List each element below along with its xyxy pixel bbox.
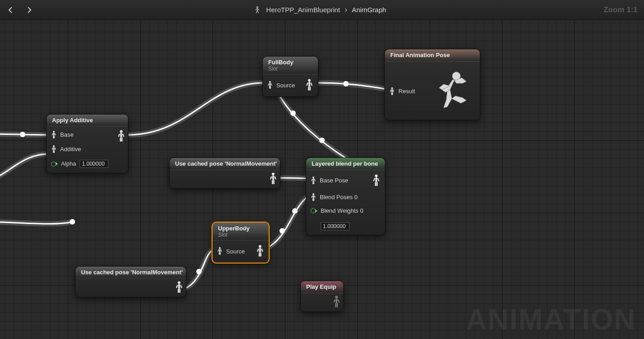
pose-output-pin-icon[interactable] [117,129,125,143]
svg-rect-48 [393,90,394,92]
pose-pin-icon[interactable] [389,87,395,96]
svg-point-39 [308,79,311,82]
nav-forward-button[interactable] [23,4,35,16]
node-header[interactable]: Play Equip [301,281,343,293]
svg-rect-24 [54,148,56,150]
svg-rect-28 [120,133,122,138]
node-upperbody-slot[interactable]: UpperBody Slot Source [212,222,270,263]
svg-rect-71 [313,195,314,198]
node-header[interactable]: UpperBody Slot [213,223,269,241]
svg-rect-26 [54,150,55,153]
pose-pin-icon[interactable] [311,176,316,185]
svg-rect-89 [178,284,180,289]
blend-weights-value-input[interactable]: 1.000000 [321,222,350,230]
svg-rect-96 [333,299,336,303]
node-title: UpperBody [218,225,263,232]
svg-rect-44 [309,86,311,91]
topbar: HeroTPP_AnimBlueprint › AnimGraph Zoom 1… [0,0,644,20]
pin-label: Alpha [61,160,76,167]
pose-output-pin-icon[interactable] [372,174,380,187]
pose-output-pin-icon[interactable] [175,281,183,294]
svg-rect-30 [122,134,124,137]
svg-rect-22 [53,147,55,150]
node-title: Play Equip [306,284,338,291]
svg-line-13 [256,10,257,13]
svg-rect-34 [270,83,271,86]
pose-pin-icon[interactable] [51,145,57,154]
svg-rect-80 [219,252,220,255]
pose-pin-icon[interactable] [311,193,316,202]
svg-rect-66 [373,178,375,181]
pose-pin-icon[interactable] [217,247,223,256]
svg-line-11 [255,9,257,10]
svg-rect-36 [270,83,272,86]
svg-rect-79 [220,249,222,252]
svg-rect-59 [313,178,314,181]
svg-rect-37 [269,86,270,89]
svg-rect-74 [313,198,313,201]
nav-back-button[interactable] [5,4,17,16]
pin-label: Additive [60,146,81,153]
svg-rect-23 [52,148,53,150]
breadcrumb-separator-icon: › [345,5,347,14]
node-apply-additive[interactable]: Apply Additive Base Additive Alpha 1.000… [46,114,128,173]
svg-rect-77 [219,249,221,252]
node-title: Apply Additive [52,117,123,124]
svg-rect-49 [391,92,392,95]
svg-line-12 [257,9,259,10]
pin-label: Base Pose [320,177,348,184]
svg-rect-19 [53,136,54,138]
svg-rect-90 [176,285,178,288]
svg-rect-75 [313,198,314,201]
node-header[interactable]: Final Animation Pose [385,49,480,62]
svg-rect-53 [272,175,274,180]
node-cached-pose-normalmovement-1[interactable]: Use cached pose 'NormalMovement' [169,158,280,189]
svg-rect-87 [260,253,261,257]
svg-rect-67 [377,178,379,181]
svg-rect-84 [257,248,259,252]
svg-rect-86 [259,253,260,257]
svg-rect-32 [121,138,123,142]
svg-rect-16 [53,133,55,136]
node-play-equip[interactable]: Play Equip [300,281,344,312]
node-header[interactable]: FullBody Slot [263,57,318,75]
scalar-pin-icon[interactable] [311,207,317,214]
node-layered-blend-per-bone[interactable]: Layered blend per bone Base Pose Blend P… [306,158,385,235]
node-header[interactable]: Use cached pose 'NormalMovement' [170,158,280,170]
svg-rect-60 [311,179,313,181]
svg-rect-97 [337,299,340,303]
alpha-value-input[interactable]: 1.000000 [80,160,109,168]
node-cached-pose-normalmovement-2[interactable]: Use cached pose 'NormalMovement' [75,266,186,297]
svg-point-21 [53,145,55,147]
svg-point-88 [178,281,180,284]
node-header[interactable]: Layered blend per bone [306,158,385,170]
svg-line-14 [257,10,259,13]
breadcrumb-asset-link[interactable]: HeroTPP_AnimBlueprint [266,6,340,14]
node-header[interactable]: Use cached pose 'NormalMovement' [76,267,186,279]
svg-rect-29 [118,134,120,137]
pose-output-pin-icon[interactable] [305,78,313,92]
svg-rect-20 [54,136,55,138]
svg-rect-91 [180,285,182,288]
svg-rect-57 [273,180,275,184]
svg-point-94 [335,296,338,298]
svg-point-76 [219,247,221,249]
pose-output-pin-icon[interactable] [256,244,264,258]
node-fullbody-slot[interactable]: FullBody Slot Source [262,56,318,97]
pose-pin-icon[interactable] [51,130,57,139]
pin-label: Base [60,131,74,138]
scalar-pin-icon[interactable] [51,161,57,167]
svg-rect-98 [335,303,336,307]
svg-point-58 [313,177,314,178]
svg-rect-62 [313,181,313,184]
node-header[interactable]: Apply Additive [47,115,128,127]
svg-rect-43 [308,86,309,91]
pose-output-pin-icon[interactable] [269,172,277,186]
svg-rect-55 [274,176,276,180]
pose-output-pin-icon[interactable] [332,295,341,309]
svg-point-15 [53,131,55,133]
pose-pin-icon[interactable] [267,81,273,90]
node-final-animation-pose[interactable]: Final Animation Pose Result [384,49,480,120]
pin-label: Source [276,82,295,89]
svg-rect-92 [178,289,179,293]
